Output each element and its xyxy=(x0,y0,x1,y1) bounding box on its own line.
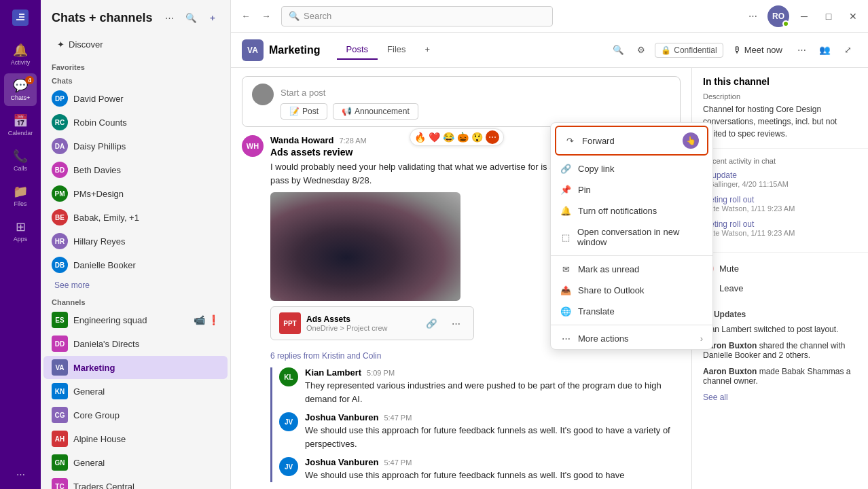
sidebar-item-name: Marketing xyxy=(73,363,219,373)
replies-link[interactable]: 6 replies from Kristin and Colin xyxy=(270,348,681,363)
sidebar-item-core-group[interactable]: CG Core Group xyxy=(43,403,228,427)
meet-now-btn[interactable]: 🎙 Meet now xyxy=(727,42,788,58)
channel-search-btn[interactable]: 🔍 xyxy=(609,41,628,60)
sidebar-item-traders-central[interactable]: TC Traders Central xyxy=(43,475,228,489)
file-icon: PPT xyxy=(279,312,301,334)
topbar-more-btn[interactable]: ⋯ xyxy=(743,7,762,26)
context-menu-item-pin[interactable]: 📌 Pin xyxy=(551,179,712,200)
post-btn[interactable]: 📝 Post xyxy=(281,103,327,120)
back-btn[interactable]: ← xyxy=(236,7,255,26)
recent-label: Recent activity in chat xyxy=(703,157,857,165)
recent-item-3: rketing roll out rlotte Watson, 1/11 9:2… xyxy=(703,219,857,237)
close-btn[interactable]: ✕ xyxy=(844,7,863,26)
nav-item-apps[interactable]: ⊞ Apps xyxy=(4,215,37,247)
sidebar-item-engineering-squad[interactable]: ES Engineering squad 📹 ❗ xyxy=(43,308,228,331)
sidebar-item-name: Traders Central xyxy=(73,482,219,490)
sidebar-item-robin-counts[interactable]: RC Robin Counts xyxy=(43,111,228,134)
sidebar-item-danielle-booker[interactable]: DB Danielle Booker xyxy=(43,253,228,276)
sidebar-item-marketing[interactable]: VA Marketing xyxy=(43,356,228,379)
reply-content-1: Kian Lambert 5:09 PM They represented va… xyxy=(305,367,681,405)
reply-item-2: JV Joshua Vanburen 5:47 PM We should use… xyxy=(279,412,681,450)
sidebar-item-beth-davies[interactable]: BD Beth Davies xyxy=(43,158,228,181)
compose-placeholder[interactable]: Start a post xyxy=(281,84,670,98)
reaction-pumpkin[interactable]: 🎃 xyxy=(457,132,469,143)
maximize-btn[interactable]: □ xyxy=(819,7,838,26)
sidebar-item-babak-emily[interactable]: BE Babak, Emily, +1 xyxy=(43,206,228,229)
see-all-btn[interactable]: See all xyxy=(703,393,857,402)
context-menu-item-forward[interactable]: ↷ Forward 👆 xyxy=(555,126,708,156)
recent-item-title-2[interactable]: rketing roll out xyxy=(703,195,857,204)
sidebar-item-name: Beth Davies xyxy=(73,165,219,175)
channel-expand-btn[interactable]: ⤢ xyxy=(838,41,857,60)
forward-btn[interactable]: → xyxy=(257,7,276,26)
sidebar-item-hillary-reyes[interactable]: HR Hillary Reyes xyxy=(43,230,228,253)
apps-icon: ⊞ xyxy=(16,219,26,234)
nav-item-calendar[interactable]: 📅 Calendar xyxy=(4,109,37,141)
context-menu-item-notifications[interactable]: 🔔 Turn off notifications xyxy=(551,200,712,221)
minimize-btn[interactable]: ─ xyxy=(795,7,814,26)
tab-posts[interactable]: Posts xyxy=(337,40,378,60)
sidebar-item-general[interactable]: KN General xyxy=(43,380,228,403)
file-more-btn[interactable]: ⋯ xyxy=(446,314,465,333)
reaction-surprise[interactable]: 😲 xyxy=(471,132,483,143)
file-path: OneDrive > Project crew xyxy=(306,324,416,332)
message-author: Wanda Howard xyxy=(270,135,333,145)
recent-item-title-3[interactable]: rketing roll out xyxy=(703,219,857,229)
announcement-btn[interactable]: 📢 Announcement xyxy=(333,103,418,120)
reply-author-1: Kian Lambert xyxy=(305,367,361,378)
updates-header[interactable]: ▼ Updates xyxy=(703,310,857,319)
cursor-indicator: 👆 xyxy=(683,132,699,149)
add-btn[interactable]: + xyxy=(203,8,222,27)
channel-icon-marketing: VA xyxy=(52,359,68,376)
nav-item-chats[interactable]: 4 💬 Chats+ xyxy=(4,73,37,106)
context-menu: ↷ Forward 👆 🔗 Copy link 📌 Pin 🔔 Turn off… xyxy=(550,122,713,350)
more-btn[interactable]: ⋯ xyxy=(160,8,179,27)
mute-btn[interactable]: 🔇 Mute xyxy=(703,261,857,276)
file-link-btn[interactable]: 🔗 xyxy=(422,314,441,333)
reaction-more-btn[interactable]: ⋯ xyxy=(486,130,499,144)
recent-item-title-1[interactable]: m update xyxy=(703,170,857,180)
context-menu-item-copy-link[interactable]: 🔗 Copy link xyxy=(551,158,712,179)
reaction-laugh[interactable]: 😂 xyxy=(443,132,454,143)
context-menu-item-translate[interactable]: 🌐 Translate xyxy=(551,301,712,322)
leave-btn[interactable]: 🚪 Leave xyxy=(703,280,857,296)
sidebar-item-pms-design[interactable]: PM PMs+Design xyxy=(43,182,228,205)
reaction-heart[interactable]: ❤️ xyxy=(429,132,440,143)
compose-avatar xyxy=(252,84,274,105)
nav-item-activity[interactable]: 🔔 Activity xyxy=(4,38,37,71)
discover-btn[interactable]: ✦ Discover xyxy=(49,35,222,54)
sidebar-item-alpine-house[interactable]: AH Alpine House xyxy=(43,427,228,450)
see-more-btn[interactable]: See more xyxy=(43,278,228,293)
context-menu-item-mark-unread[interactable]: ✉ Mark as unread xyxy=(551,259,712,280)
search-btn[interactable]: 🔍 xyxy=(181,8,200,27)
search-box[interactable]: 🔍 Search xyxy=(281,6,553,26)
user-avatar[interactable]: RO xyxy=(767,5,789,27)
sidebar-item-daisy-phillips[interactable]: DA Daisy Phillips xyxy=(43,134,228,158)
context-menu-item-share-outlook[interactable]: 📤 Share to Outlook xyxy=(551,280,712,301)
nav-item-calls[interactable]: 📞 Calls xyxy=(4,144,37,177)
context-menu-item-more-actions[interactable]: ⋯ More actions › xyxy=(551,328,712,349)
announcement-icon: 📢 xyxy=(342,107,352,116)
open-conversation-label: Open conversation in new window xyxy=(577,227,703,247)
sidebar-item-david-power[interactable]: DP David Power xyxy=(43,87,228,110)
right-panel-in-channel: In this channel Description Channel for … xyxy=(692,68,868,149)
channel-settings-btn[interactable]: ⚙ xyxy=(632,41,651,60)
nav-item-files[interactable]: 📁 Files xyxy=(4,179,37,212)
main-content: ← → 🔍 Search ⋯ RO ─ □ ✕ VA Marketing Pos… xyxy=(231,0,868,489)
avatar-pms-design: PM xyxy=(52,185,68,202)
activity-icon: 🔔 xyxy=(13,43,28,58)
tab-files[interactable]: Files xyxy=(378,40,415,60)
app-logo[interactable] xyxy=(8,5,33,30)
reaction-fire[interactable]: 🔥 xyxy=(414,132,426,143)
channel-icon-engineering-squad: ES xyxy=(52,312,68,328)
sidebar-item-danielas-directs[interactable]: DD Daniela's Directs xyxy=(43,332,228,355)
nav-rail: 🔔 Activity 4 💬 Chats+ 📅 Calendar 📞 Calls… xyxy=(0,0,41,489)
context-menu-item-open-conversation[interactable]: ⬚ Open conversation in new window xyxy=(551,221,712,253)
reply-avatar-2: JV xyxy=(279,412,298,431)
channel-people-btn[interactable]: 👥 xyxy=(815,41,834,60)
sidebar-item-general2[interactable]: GN General xyxy=(43,451,228,474)
mark-unread-icon: ✉ xyxy=(560,264,571,274)
add-tab-btn[interactable]: + xyxy=(416,40,440,60)
channel-more-btn[interactable]: ⋯ xyxy=(792,41,811,60)
more-options-btn[interactable]: ⋯ xyxy=(11,465,30,484)
